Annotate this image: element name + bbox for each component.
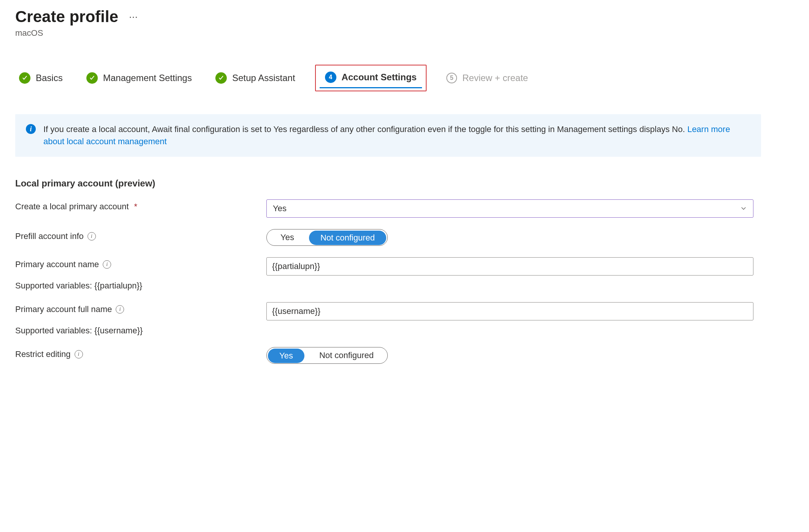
toggle-option[interactable]: Yes [268, 349, 304, 363]
info-hint-icon[interactable]: i [116, 305, 124, 314]
step-label: Management Settings [103, 73, 192, 83]
section-heading: Local primary account (preview) [15, 178, 794, 189]
page-title: Create profile [15, 8, 118, 26]
chevron-down-icon [740, 205, 747, 212]
wizard-step-3[interactable]: Setup Assistant [212, 69, 299, 87]
info-banner-text: If you create a local account, Await fin… [43, 123, 750, 148]
toggle-option[interactable]: Yes [269, 231, 306, 244]
info-banner: i If you create a local account, Await f… [15, 114, 761, 157]
page-subtitle: macOS [15, 28, 794, 38]
toggle-option[interactable]: Not configured [309, 231, 386, 245]
step-number-badge: 5 [446, 73, 457, 83]
prefill-toggle: YesNot configured [266, 229, 388, 246]
toggle-option[interactable]: Not configured [308, 349, 385, 362]
step-label: Review + create [462, 73, 528, 83]
account-name-label: Primary account name i [15, 257, 266, 269]
wizard-step-2[interactable]: Management Settings [83, 69, 196, 87]
form: Create a local primary account* Yes Pref… [15, 199, 794, 364]
step-label: Account Settings [342, 72, 417, 83]
info-hint-icon[interactable]: i [75, 350, 83, 358]
wizard-step-4[interactable]: 4Account Settings [315, 65, 427, 91]
account-name-input[interactable] [266, 257, 753, 276]
step-label: Basics [36, 73, 63, 83]
checkmark-icon [19, 72, 30, 84]
full-name-helper: Supported variables: {{username}} [15, 326, 794, 336]
wizard-step-1[interactable]: Basics [15, 69, 67, 87]
more-actions-icon[interactable]: ··· [129, 11, 138, 22]
required-mark: * [134, 202, 137, 212]
step-label: Setup Assistant [232, 73, 295, 83]
info-hint-icon[interactable]: i [103, 260, 111, 269]
create-local-value: Yes [273, 204, 287, 213]
create-local-label: Create a local primary account* [15, 199, 266, 212]
account-name-helper: Supported variables: {{partialupn}} [15, 281, 794, 291]
restrict-label: Restrict editing i [15, 347, 266, 359]
prefill-label: Prefill account info i [15, 229, 266, 241]
checkmark-icon [215, 72, 227, 84]
create-local-dropdown[interactable]: Yes [266, 199, 753, 218]
info-icon: i [26, 124, 36, 134]
step-number-badge: 4 [325, 72, 336, 83]
wizard-step-5: 5Review + create [443, 70, 532, 86]
checkmark-icon [86, 72, 98, 84]
info-hint-icon[interactable]: i [88, 232, 96, 241]
restrict-toggle: YesNot configured [266, 347, 388, 364]
full-name-label: Primary account full name i [15, 302, 266, 314]
full-name-input[interactable] [266, 302, 753, 320]
wizard-steps: BasicsManagement SettingsSetup Assistant… [15, 65, 794, 91]
